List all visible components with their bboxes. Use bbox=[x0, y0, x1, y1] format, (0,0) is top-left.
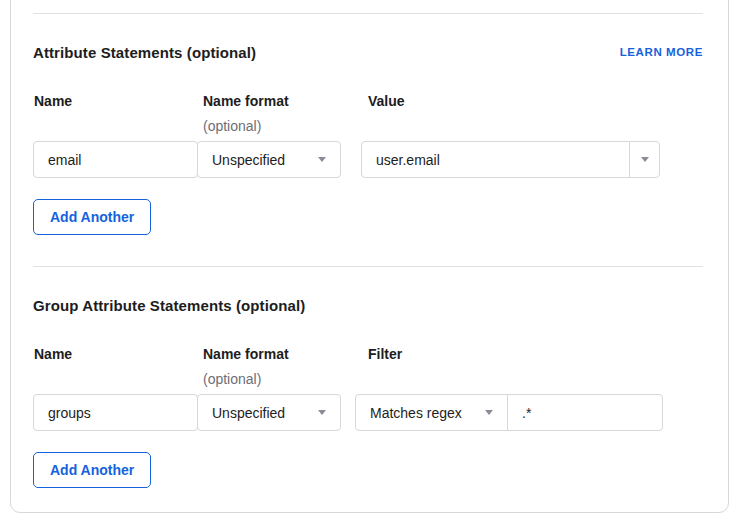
add-another-button[interactable]: Add Another bbox=[33, 199, 151, 235]
value-field-group bbox=[361, 141, 660, 178]
group-name-format-select[interactable]: Unspecified bbox=[197, 394, 341, 431]
chevron-down-icon bbox=[318, 410, 326, 415]
section-title: Attribute Statements (optional) bbox=[33, 44, 256, 61]
filter-label: Filter bbox=[356, 347, 402, 361]
settings-card: Attribute Statements (optional) LEARN MO… bbox=[10, 0, 729, 513]
filter-field-group: Matches regex bbox=[355, 394, 663, 431]
chevron-down-icon bbox=[485, 410, 493, 415]
section-divider bbox=[33, 266, 703, 267]
attribute-statements-labels: Name Name format (optional) Value bbox=[33, 94, 703, 133]
name-format-label-group: Name format (optional) bbox=[198, 94, 342, 133]
name-label: Name bbox=[33, 347, 198, 361]
name-format-selected-value: Unspecified bbox=[212, 152, 285, 168]
attribute-statements-header: Attribute Statements (optional) LEARN MO… bbox=[33, 43, 703, 61]
name-format-select[interactable]: Unspecified bbox=[197, 141, 341, 178]
learn-more-link[interactable]: LEARN MORE bbox=[620, 46, 703, 58]
group-attribute-statement-row: Unspecified Matches regex bbox=[33, 394, 703, 431]
name-label: Name bbox=[33, 94, 198, 108]
add-another-button[interactable]: Add Another bbox=[33, 452, 151, 488]
attribute-name-input[interactable] bbox=[33, 141, 198, 178]
name-format-label: Name format bbox=[203, 347, 342, 361]
filter-value-input[interactable] bbox=[507, 394, 663, 431]
filter-type-selected-value: Matches regex bbox=[370, 405, 462, 421]
group-attribute-statements-labels: Name Name format (optional) Filter bbox=[33, 347, 703, 386]
name-format-label: Name format bbox=[203, 94, 342, 108]
group-name-format-selected-value: Unspecified bbox=[212, 405, 285, 421]
chevron-down-icon bbox=[641, 157, 649, 162]
value-dropdown-button[interactable] bbox=[629, 141, 660, 178]
optional-hint: (optional) bbox=[203, 372, 342, 386]
attribute-value-input[interactable] bbox=[361, 141, 630, 178]
section-title: Group Attribute Statements (optional) bbox=[33, 297, 305, 314]
section-divider bbox=[33, 13, 703, 14]
value-label: Value bbox=[362, 94, 405, 108]
attribute-statement-row: Unspecified bbox=[33, 141, 703, 178]
optional-hint: (optional) bbox=[203, 119, 342, 133]
filter-type-select[interactable]: Matches regex bbox=[355, 394, 508, 431]
group-attribute-statements-header: Group Attribute Statements (optional) bbox=[33, 296, 703, 314]
chevron-down-icon bbox=[318, 157, 326, 162]
name-format-label-group: Name format (optional) bbox=[198, 347, 342, 386]
group-attribute-name-input[interactable] bbox=[33, 394, 198, 431]
